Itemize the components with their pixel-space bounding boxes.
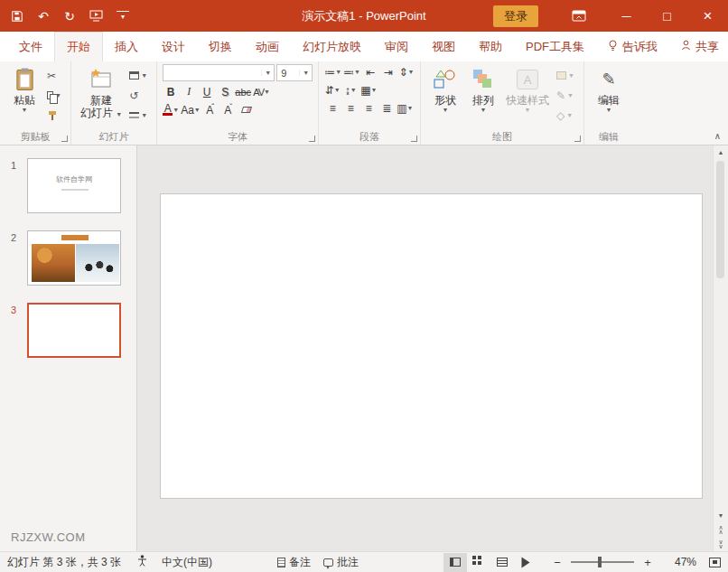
tab-home[interactable]: 开始: [54, 32, 103, 61]
justify-button[interactable]: ≣: [378, 100, 395, 116]
paste-dropdown-icon[interactable]: ▼: [22, 107, 28, 114]
slide-2-thumbnail[interactable]: [27, 230, 121, 286]
drawing-dialog-launcher[interactable]: [574, 136, 581, 142]
slide-sorter-view-button[interactable]: [467, 553, 490, 572]
tab-animations[interactable]: 动画: [244, 32, 291, 61]
scrollbar-track[interactable]: [714, 159, 728, 509]
font-color-button[interactable]: A▼: [163, 102, 179, 117]
sign-in-button[interactable]: 登录: [493, 5, 538, 27]
scrollbar-thumb[interactable]: [716, 161, 724, 278]
bullets-button[interactable]: ≔▼: [324, 64, 341, 80]
close-button[interactable]: ×: [687, 0, 728, 32]
slide-layout-button[interactable]: ▼: [127, 68, 149, 83]
vertical-scrollbar[interactable]: ▲ ▼ ∧∧ ∨∨: [713, 145, 728, 551]
section-button[interactable]: ▼: [127, 108, 149, 123]
line-spacing-button[interactable]: ⇕▼: [398, 64, 415, 80]
next-slide-button[interactable]: ∨∨: [714, 537, 728, 551]
minimize-button[interactable]: ─: [606, 0, 647, 32]
tab-design[interactable]: 设计: [150, 32, 197, 61]
editing-canvas[interactable]: ▲ ▼ ∧∧ ∨∨: [137, 145, 728, 551]
clipboard-dialog-launcher[interactable]: [61, 136, 68, 142]
zoom-out-button[interactable]: −: [550, 556, 565, 569]
reading-view-button[interactable]: [490, 553, 514, 572]
scroll-up-icon[interactable]: ▲: [714, 145, 728, 159]
undo-icon[interactable]: ↶: [37, 9, 50, 23]
chevron-down-icon[interactable]: ▼: [299, 70, 312, 76]
slide-1-thumbnail[interactable]: 软件自学网: [27, 158, 121, 213]
decrease-font-size-button[interactable]: Aˇ: [220, 102, 237, 117]
align-text-button[interactable]: ↨▼: [342, 82, 359, 98]
clear-formatting-button[interactable]: [238, 102, 255, 117]
tab-file[interactable]: 文件: [7, 32, 54, 61]
tab-insert[interactable]: 插入: [103, 32, 150, 61]
share-button[interactable]: 共享: [669, 32, 728, 61]
zoom-slider[interactable]: [571, 561, 634, 563]
language-status[interactable]: 中文(中国): [162, 555, 212, 570]
italic-button[interactable]: I: [181, 84, 197, 99]
font-name-select[interactable]: ▼: [163, 64, 275, 81]
convert-to-smartart-button[interactable]: ▦▼: [360, 82, 377, 98]
chevron-down-icon[interactable]: ▼: [261, 70, 274, 76]
editing-dropdown-icon[interactable]: ▼: [606, 107, 612, 114]
quick-styles-button[interactable]: A 快速样式 ▼: [502, 64, 553, 115]
font-dialog-launcher[interactable]: [309, 136, 315, 142]
start-slideshow-icon[interactable]: [89, 10, 103, 22]
tab-pdf-tools[interactable]: PDF工具集: [514, 32, 596, 61]
text-shadow-button[interactable]: S: [217, 84, 233, 99]
previous-slide-button[interactable]: ∧∧: [714, 522, 728, 537]
tell-me-box[interactable]: 告诉我: [596, 32, 669, 61]
arrange-button[interactable]: 排列 ▼: [464, 64, 502, 115]
ribbon-display-options-icon[interactable]: [558, 0, 599, 32]
normal-view-button[interactable]: [443, 553, 467, 572]
slide-number-status[interactable]: 幻灯片 第 3 张，共 3 张: [7, 555, 121, 570]
paste-button[interactable]: 粘贴 ▼: [5, 64, 43, 115]
increase-indent-button[interactable]: ⇥: [380, 64, 397, 80]
redo-icon[interactable]: ↻: [63, 9, 76, 23]
strikethrough-button[interactable]: abc: [235, 84, 251, 99]
columns-button[interactable]: ▥▼: [397, 100, 413, 116]
paragraph-dialog-launcher[interactable]: [411, 136, 417, 142]
slideshow-view-button[interactable]: [514, 553, 537, 572]
reset-slide-button[interactable]: ↺: [127, 88, 149, 103]
editing-button[interactable]: ✎ 编辑 ▼: [590, 64, 628, 115]
tab-view[interactable]: 视图: [420, 32, 467, 61]
character-spacing-button[interactable]: AV▼: [253, 84, 269, 99]
tab-help[interactable]: 帮助: [467, 32, 514, 61]
notes-button[interactable]: 备注: [277, 555, 311, 570]
align-right-button[interactable]: ≡: [360, 100, 377, 116]
slide-canvas[interactable]: [160, 193, 703, 499]
zoom-slider-thumb[interactable]: [598, 557, 602, 567]
collapse-ribbon-icon[interactable]: ∧: [714, 131, 721, 141]
format-painter-button[interactable]: [45, 108, 63, 123]
comments-button[interactable]: 批注: [323, 555, 359, 570]
save-icon[interactable]: [11, 10, 23, 23]
numbering-button[interactable]: ≕▼: [343, 64, 360, 80]
font-size-select[interactable]: 9▼: [276, 64, 313, 81]
scroll-down-icon[interactable]: ▼: [714, 509, 728, 522]
copy-button[interactable]: ▼: [45, 88, 63, 103]
tab-transitions[interactable]: 切换: [197, 32, 244, 61]
maximize-button[interactable]: □: [647, 0, 687, 32]
shapes-dropdown-icon[interactable]: ▼: [443, 107, 449, 114]
new-slide-button[interactable]: 新建 幻灯片 ▼: [77, 64, 126, 120]
tab-review[interactable]: 审阅: [373, 32, 420, 61]
increase-font-size-button[interactable]: Aˆ: [202, 102, 219, 117]
arrange-dropdown-icon[interactable]: ▼: [481, 107, 487, 114]
shape-effects-button[interactable]: ◇▼: [555, 108, 576, 123]
align-center-button[interactable]: ≡: [342, 100, 359, 116]
fit-to-window-icon[interactable]: [709, 558, 721, 567]
accessibility-icon[interactable]: [137, 555, 147, 569]
decrease-indent-button[interactable]: ⇤: [362, 64, 378, 80]
cut-button[interactable]: ✂: [45, 68, 63, 83]
new-slide-dropdown-icon[interactable]: ▼: [116, 111, 122, 117]
slide-3-thumbnail-selected[interactable]: [27, 303, 121, 358]
shape-fill-button[interactable]: ▼: [555, 68, 576, 83]
change-case-button[interactable]: Aa▼: [181, 102, 201, 117]
zoom-level[interactable]: 47%: [669, 556, 696, 568]
underline-button[interactable]: U: [199, 84, 215, 99]
text-direction-button[interactable]: ⇵▼: [324, 82, 341, 98]
shape-outline-button[interactable]: ✎▼: [555, 88, 576, 103]
customize-quick-access-icon[interactable]: ▾: [117, 11, 129, 21]
align-left-button[interactable]: ≡: [324, 100, 341, 116]
quick-styles-dropdown-icon[interactable]: ▼: [525, 107, 531, 114]
